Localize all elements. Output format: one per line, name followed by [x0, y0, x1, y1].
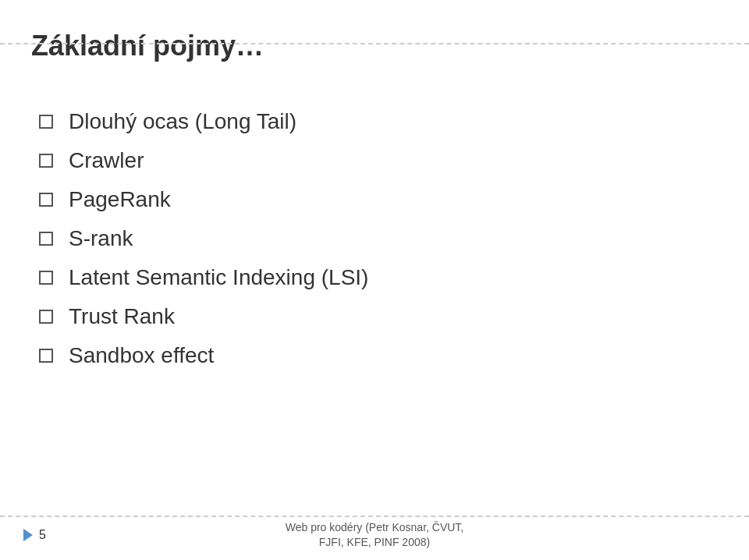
- list-item: Sandbox effect: [39, 343, 718, 368]
- bottom-border: [0, 516, 749, 517]
- content-area: Dlouhý ocas (Long Tail)CrawlerPageRankS-…: [31, 109, 718, 368]
- top-border: [0, 43, 749, 44]
- bullet-text: Sandbox effect: [69, 343, 214, 368]
- bullet-checkbox-icon: [39, 232, 53, 246]
- bullet-checkbox-icon: [39, 193, 53, 207]
- bullet-checkbox-icon: [39, 115, 53, 129]
- list-item: Trust Rank: [39, 304, 718, 329]
- page-number: 5: [39, 528, 46, 542]
- list-item: S-rank: [39, 226, 718, 251]
- bullet-text: Crawler: [69, 148, 144, 173]
- bullet-checkbox-icon: [39, 310, 53, 324]
- footer-arrow-icon: [23, 529, 33, 541]
- bullet-checkbox-icon: [39, 271, 53, 285]
- bullet-list: Dlouhý ocas (Long Tail)CrawlerPageRankS-…: [39, 109, 718, 368]
- bullet-checkbox-icon: [39, 154, 53, 168]
- slide-container: Základní pojmy… Dlouhý ocas (Long Tail)C…: [0, 0, 749, 560]
- list-item: Crawler: [39, 148, 718, 173]
- list-item: Latent Semantic Indexing (LSI): [39, 265, 718, 290]
- bullet-text: Dlouhý ocas (Long Tail): [69, 109, 296, 134]
- footer: 5 Web pro kodéry (Petr Kosnar, ČVUT, FJF…: [0, 520, 749, 551]
- list-item: PageRank: [39, 187, 718, 212]
- bullet-checkbox-icon: [39, 349, 53, 363]
- bullet-text: PageRank: [69, 187, 171, 212]
- footer-text: Web pro kodéry (Petr Kosnar, ČVUT, FJFI,…: [286, 520, 464, 551]
- bullet-text: Latent Semantic Indexing (LSI): [69, 265, 368, 290]
- bullet-text: S-rank: [69, 226, 133, 251]
- footer-page-number: 5: [23, 528, 46, 542]
- list-item: Dlouhý ocas (Long Tail): [39, 109, 718, 134]
- bullet-text: Trust Rank: [69, 304, 175, 329]
